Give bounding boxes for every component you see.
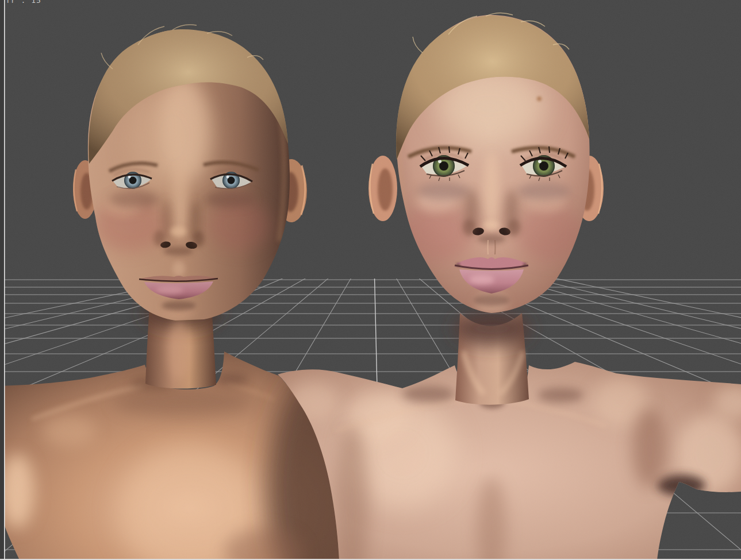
film-grain-overlay bbox=[0, 0, 741, 560]
pane-left-strip bbox=[0, 0, 4, 560]
frame-counter-label: fr : 15 bbox=[6, 0, 41, 5]
viewport-3d[interactable]: fr : 15 bbox=[0, 0, 741, 560]
pane-splitter[interactable] bbox=[4, 0, 5, 560]
scene-canvas[interactable] bbox=[0, 0, 741, 560]
